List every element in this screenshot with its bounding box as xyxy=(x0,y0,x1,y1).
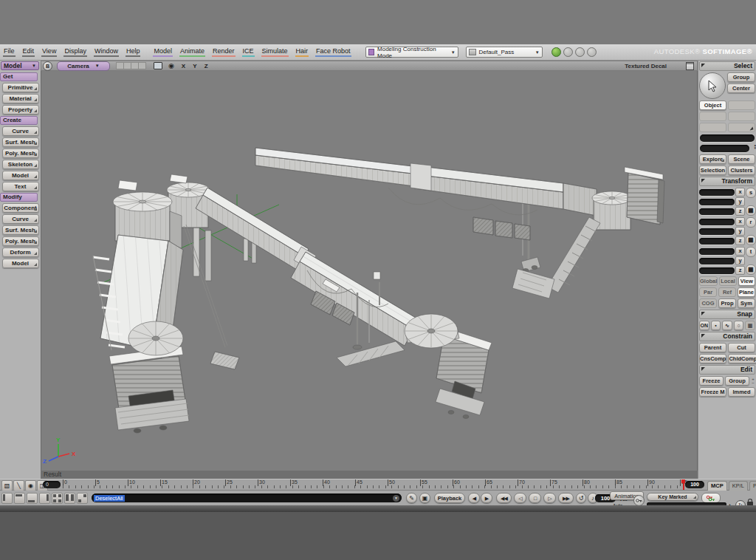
toolbar-button[interactable]: Component xyxy=(2,203,39,213)
render-region-icon[interactable] xyxy=(563,47,573,57)
selection-button[interactable]: Selection xyxy=(699,165,726,175)
scale-z-button[interactable]: z xyxy=(735,207,745,216)
axis-toggle-buttons[interactable]: X Y Z xyxy=(182,63,211,69)
tab-mcp[interactable]: MCP xyxy=(707,481,727,491)
snap-curve-icon[interactable]: ∿ xyxy=(722,321,732,330)
snap-section-header[interactable]: Snap xyxy=(699,310,755,319)
immed-button[interactable]: Immed xyxy=(728,387,755,397)
translate-z-field[interactable] xyxy=(699,267,735,274)
playback-menu-button[interactable]: Playback xyxy=(434,493,465,503)
plus-minus-icon[interactable]: +− xyxy=(751,378,755,385)
loop-button[interactable]: ↺ xyxy=(576,493,586,503)
translate-x-button[interactable]: x xyxy=(735,247,745,256)
snap-grid-icon[interactable]: ▦ xyxy=(745,321,755,330)
constrain-section-header[interactable]: Constrain xyxy=(699,332,755,341)
module-menu-item[interactable]: Hair xyxy=(295,47,309,57)
scale-x-button[interactable]: x xyxy=(735,188,745,197)
layout-two-vertical-icon[interactable] xyxy=(64,493,75,504)
edit-section-header[interactable]: Edit xyxy=(699,365,755,375)
translate-y-button[interactable]: y xyxy=(735,256,745,265)
play-button[interactable]: ▷ xyxy=(543,493,556,503)
space-global-button[interactable]: Global xyxy=(699,276,718,286)
toolbar-button[interactable]: Modify xyxy=(0,193,38,202)
cog-button[interactable]: COG xyxy=(699,298,717,308)
play-backward-button[interactable]: ◁ xyxy=(514,493,526,503)
timeline-ruler[interactable]: 05101520253035404550556065707580859095 1… xyxy=(62,479,703,490)
space-view-button[interactable]: View xyxy=(738,276,755,286)
ref-plane-button[interactable]: Plane xyxy=(738,287,755,297)
filter-slot-button[interactable] xyxy=(728,100,755,110)
go-start-button[interactable]: ◀◀ xyxy=(496,493,512,503)
key-marked-keyable-button[interactable]: Key Marked Keyable xyxy=(647,493,698,501)
ref-ref-button[interactable]: Ref xyxy=(718,287,736,297)
rotate-x-field[interactable] xyxy=(699,219,735,225)
playhead[interactable] xyxy=(683,479,684,490)
module-menu-item[interactable]: Simulate xyxy=(261,47,289,57)
space-local-button[interactable]: Local xyxy=(719,276,736,286)
scale-x-field[interactable] xyxy=(699,189,735,196)
script-pen-icon[interactable]: ✎ xyxy=(406,493,417,503)
layout-top-icon[interactable] xyxy=(14,493,25,504)
clusters-button[interactable]: Clusters xyxy=(728,165,755,175)
toolbar-button[interactable]: Property xyxy=(2,105,39,115)
module-menu-item[interactable]: Model xyxy=(153,47,173,57)
filter-slot-button[interactable] xyxy=(699,112,726,121)
step-forward-button[interactable]: ▶ xyxy=(481,493,492,503)
select-section-header[interactable]: Select xyxy=(699,61,755,71)
scale-y-field[interactable] xyxy=(699,199,735,205)
viewport-resize-icon[interactable] xyxy=(686,62,694,70)
rotate-y-button[interactable]: y xyxy=(735,227,745,236)
toolbar-button[interactable]: Curve xyxy=(2,126,39,136)
group-button[interactable]: Group xyxy=(727,72,755,82)
render-region-active-icon[interactable] xyxy=(551,47,561,57)
toolbar-mode-dropdown[interactable]: Model ▼ xyxy=(1,61,39,70)
menu-item[interactable]: Edit xyxy=(22,47,35,57)
module-menu-item[interactable]: Render xyxy=(212,47,236,57)
layout-custom-icon[interactable] xyxy=(77,493,88,504)
rotate-mode-button[interactable]: r xyxy=(746,217,756,228)
scale-z-field[interactable] xyxy=(699,208,735,215)
tab-kpl[interactable]: KP/L xyxy=(729,481,748,491)
toolbar-button[interactable]: Text xyxy=(2,182,39,191)
toolbar-button[interactable]: Poly. Mesh xyxy=(2,236,39,246)
rotate-y-field[interactable] xyxy=(699,228,735,235)
snap-circle-icon[interactable]: ○ xyxy=(734,321,744,330)
visibility-eye-icon[interactable]: ◉ xyxy=(168,63,174,69)
memo-cam-button[interactable] xyxy=(138,62,146,69)
sym-button[interactable]: Sym xyxy=(738,298,755,308)
toolbar-button[interactable]: Surf. Mesh xyxy=(2,137,39,147)
layout-left-icon[interactable] xyxy=(1,493,13,504)
transform-section-header[interactable]: Transform xyxy=(699,177,755,186)
scale-y-button[interactable]: y xyxy=(735,197,745,206)
snap-point-icon[interactable]: ▪ xyxy=(711,321,721,330)
translate-x-field[interactable] xyxy=(699,248,735,255)
stop-button[interactable]: □ xyxy=(529,493,541,503)
selection-text-field[interactable] xyxy=(700,134,755,142)
memo-cam-button[interactable] xyxy=(123,62,131,69)
chldcomp-button[interactable]: ChldComp xyxy=(728,354,756,363)
filter-slot-button[interactable] xyxy=(699,123,726,132)
toolbar-button[interactable]: Create xyxy=(0,116,38,125)
timeline-start-field[interactable]: 0 xyxy=(43,481,61,488)
filter-slot-button[interactable] xyxy=(728,123,755,132)
tab-ppg[interactable]: PPG xyxy=(749,481,756,491)
toolbar-button[interactable]: Deform xyxy=(2,247,39,257)
scale-mode-button[interactable]: s xyxy=(746,188,756,198)
memo-cam-button[interactable] xyxy=(131,62,138,69)
go-end-button[interactable]: ▶▶ xyxy=(558,493,574,503)
module-menu-item[interactable]: Face Robot xyxy=(315,47,351,57)
menu-item[interactable]: Display xyxy=(63,47,87,57)
step-back-button[interactable]: ◀ xyxy=(468,493,480,503)
rotate-options-icon[interactable]: ▦ xyxy=(746,235,756,245)
menu-item[interactable]: Help xyxy=(126,47,141,57)
group-edit-button[interactable]: Group xyxy=(725,376,749,386)
ref-par-button[interactable]: Par xyxy=(699,287,717,297)
toolbar-button[interactable]: Surf. Mesh xyxy=(2,225,39,235)
menu-item[interactable]: View xyxy=(41,47,57,57)
scene-button[interactable]: Scene xyxy=(728,154,755,164)
toolbar-button[interactable]: Poly. Mesh xyxy=(2,148,39,158)
render-region-icon[interactable] xyxy=(575,47,585,57)
cut-button[interactable]: Cut xyxy=(728,343,755,352)
snap-on-button[interactable]: ON xyxy=(699,321,709,330)
rotate-z-button[interactable]: z xyxy=(735,236,745,245)
